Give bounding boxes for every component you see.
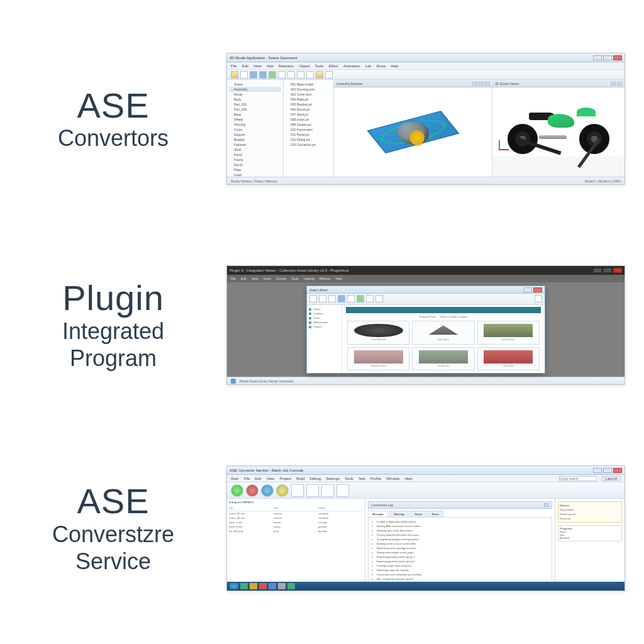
menu-item[interactable]: Object [299,64,309,68]
tree-item[interactable]: Body [229,97,281,102]
asset-thumb[interactable]: Office Tower [477,347,540,371]
list-item[interactable]: 006 Mount.prt [286,107,331,112]
menu-item[interactable]: Settings [326,477,340,480]
open-icon[interactable] [231,71,238,79]
list-item[interactable]: 009 Gasket.prt [286,122,331,127]
list-item[interactable]: 008 Insert.prt [286,117,331,122]
list-item[interactable]: 010 Frame.asm [286,127,331,132]
tree-panel[interactable]: Scene Assembly Model Body Part_001 Part_… [227,80,284,177]
taskbar[interactable] [227,582,625,591]
add-icon[interactable] [269,71,276,79]
tree-item[interactable]: Plate [229,167,281,172]
menu-item[interactable]: View [267,477,275,480]
minimize-button[interactable] [593,268,602,273]
host-canvas[interactable]: Asset Library Home [227,282,625,377]
back-icon[interactable] [319,295,326,303]
tree-item[interactable]: Insert [229,172,281,177]
menu-item[interactable]: Edit [242,64,248,68]
menu-item[interactable]: Tools [291,277,299,280]
save-icon[interactable] [240,71,248,79]
minimize-button[interactable] [593,55,602,60]
table-row[interactable]: scene_01.aseconvertcomplete [229,511,363,516]
tree-item[interactable]: Shell [229,147,281,152]
menu-item[interactable]: Catalog [303,277,314,280]
list-item[interactable]: 012 Fitting.prt [286,137,331,142]
close-button[interactable] [533,287,542,292]
task-icon[interactable] [240,583,248,589]
menu-item[interactable]: File [231,64,237,68]
tab-errors[interactable]: Errors [428,511,443,517]
task-icon[interactable] [269,583,276,589]
panel-min-icon[interactable] [611,82,616,86]
table-row[interactable]: mesh_a.objexportrunning [229,520,363,525]
panel-close-icon[interactable] [485,82,490,86]
tab-warnings[interactable]: Warnings [389,511,409,517]
asset-thumb[interactable]: Warehouse Block [347,347,409,371]
maximize-button[interactable] [603,55,612,60]
tree-item[interactable]: Model [229,92,281,97]
home-icon[interactable] [309,295,317,303]
plugin-titlebar[interactable]: Asset Library [307,286,545,294]
sidebar-item[interactable]: Search [309,325,340,329]
open-icon[interactable] [291,484,304,497]
sidebar-item[interactable]: Catalog [309,311,340,316]
table-row[interactable]: scene_02.aseconvertcomplete [229,516,363,520]
tree-item[interactable]: Part_001 [229,102,281,107]
minimize-button[interactable] [593,468,602,473]
move-icon[interactable] [287,71,295,79]
start-button-icon[interactable] [230,583,238,589]
close-button[interactable] [613,55,622,60]
filter-icon[interactable] [366,295,374,303]
viewport-assembly[interactable] [334,87,492,177]
menu-item[interactable]: Effect [329,64,338,68]
tree-item[interactable]: Wheel [229,117,281,122]
menu-item[interactable]: Project [280,477,292,480]
task-icon[interactable] [278,583,286,589]
refresh-icon[interactable] [261,484,274,497]
tree-item[interactable]: Frame [229,157,281,162]
tree-item[interactable]: Assembly [229,87,281,92]
sidebar-item[interactable]: Attachments [309,320,340,325]
menu-item[interactable]: Insert [263,277,271,280]
list-item[interactable]: 011 Panel.prt [286,132,331,137]
menu-item[interactable]: Help [336,277,342,280]
task-icon[interactable] [250,583,257,589]
panel-min-icon[interactable] [472,82,477,86]
menu-item[interactable]: Add [267,64,274,68]
tree-item[interactable]: Scene [229,82,281,87]
window-titlebar[interactable]: 3D Model Application - Scene Document [227,53,625,62]
tab-output[interactable]: Output [410,511,426,517]
refresh-icon[interactable] [338,295,345,303]
menu-item[interactable]: Profile [370,477,381,480]
menu-item[interactable]: Build [296,477,304,480]
maximize-button[interactable] [603,268,612,273]
task-icon[interactable] [287,583,295,589]
panel-close-icon[interactable] [617,82,622,86]
rotate-icon[interactable] [297,71,304,79]
menu-item[interactable]: Lab [365,64,372,68]
menu-item[interactable]: Move [377,64,386,68]
table-row[interactable]: mesh_b.objexportqueued [229,525,363,529]
menu-item[interactable]: Start [231,477,239,480]
tree-item[interactable]: Mount [229,162,281,167]
run-icon[interactable] [231,484,243,497]
list-item[interactable]: 007 Shell.prt [286,112,331,117]
close-button[interactable] [613,268,622,273]
undo-icon[interactable] [250,71,257,79]
menu-item[interactable]: Tools [345,477,353,480]
view-icon[interactable] [375,295,383,303]
menu-item[interactable]: Window [386,477,399,480]
window-titlebar[interactable]: ASE Converter Service - Batch Job Consol… [227,466,625,475]
download-icon[interactable] [357,295,364,303]
menu-item[interactable]: Animation [343,64,360,68]
tree-item[interactable]: Housing [229,122,281,127]
sidebar-item[interactable]: Parts [309,316,340,320]
select-icon[interactable] [278,71,286,79]
tree-item[interactable]: Cover [229,127,281,132]
option-item[interactable]: Format preset [560,512,620,516]
viewport-motorcycle[interactable] [492,87,625,157]
list-item[interactable]: 005 Bracket.prt [286,102,331,107]
menu-item[interactable]: Window [319,277,331,280]
window-titlebar[interactable]: Plugin 3 - Integrated Viewer - Collectio… [227,266,625,275]
log-list[interactable]: Loaded configuration profile default Sta… [368,517,552,586]
